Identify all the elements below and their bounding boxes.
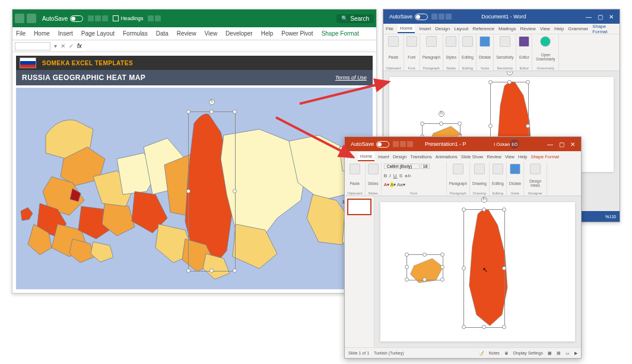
- slide-canvas-area[interactable]: ↖: [374, 196, 581, 347]
- ribbon-dictate[interactable]: DictateVoice: [507, 162, 524, 196]
- grammarly-icon[interactable]: [540, 36, 551, 47]
- minimize-icon[interactable]: —: [547, 141, 553, 148]
- tab-shape-format[interactable]: Shape Format: [531, 154, 559, 159]
- tab-power-pivot[interactable]: Power Pivot: [281, 30, 313, 37]
- new-slide-icon[interactable]: [368, 164, 379, 174]
- tab-design[interactable]: Design: [435, 26, 450, 31]
- tab-help[interactable]: Help: [554, 26, 564, 31]
- tab-reference[interactable]: Reference: [472, 26, 494, 31]
- ribbon-editing[interactable]: EditingEditing: [490, 162, 507, 196]
- tab-data[interactable]: Data: [156, 30, 169, 37]
- tab-insert[interactable]: Insert: [419, 26, 431, 31]
- ribbon-paragraph[interactable]: ParagraphParagraph: [420, 34, 443, 71]
- editor-icon[interactable]: [519, 36, 529, 47]
- dictate-icon[interactable]: [510, 164, 520, 174]
- tab-view[interactable]: View: [540, 26, 550, 31]
- tab-shape-format[interactable]: Shape Format: [592, 24, 617, 34]
- editing-icon[interactable]: [462, 36, 473, 47]
- maximize-icon[interactable]: ▢: [598, 14, 603, 20]
- tab-transitions[interactable]: Transitions: [410, 154, 431, 159]
- pasted-shapes[interactable]: [380, 202, 575, 341]
- ribbon-sensitivity[interactable]: SensitivitySensitivity: [494, 34, 516, 71]
- ribbon-editing[interactable]: EditingEditing: [459, 34, 477, 71]
- tab-review[interactable]: Review: [487, 154, 501, 159]
- autosave-toggle[interactable]: AutoSave: [42, 15, 83, 22]
- editing-icon[interactable]: [493, 164, 503, 174]
- tab-home[interactable]: Home: [34, 30, 50, 37]
- view-sorter-icon[interactable]: ▤: [557, 351, 561, 356]
- font-name-select[interactable]: Calibri (Body): [384, 164, 420, 169]
- tab-slide-show[interactable]: Slide Show: [461, 154, 484, 159]
- formula-input[interactable]: [85, 42, 374, 50]
- rotate-handle-icon[interactable]: [507, 71, 513, 75]
- toggle-icon[interactable]: [415, 14, 428, 20]
- tab-file[interactable]: File: [16, 30, 26, 37]
- tab-shape-format[interactable]: Shape Format: [322, 30, 359, 37]
- checkbox-icon[interactable]: [113, 15, 119, 21]
- notes-button[interactable]: Notes: [489, 351, 500, 355]
- tab-review[interactable]: Review: [520, 26, 535, 31]
- toggle-icon[interactable]: [70, 15, 83, 22]
- ribbon-clipboard[interactable]: PasteClipboard: [383, 34, 404, 71]
- tab-formulas[interactable]: Formulas: [123, 30, 148, 37]
- ribbon-designer[interactable]: Design IdeasDesigner: [524, 162, 547, 196]
- name-box[interactable]: [15, 42, 50, 50]
- close-icon[interactable]: ✕: [570, 141, 575, 148]
- user-avatar-icon[interactable]: EÖ: [510, 139, 519, 149]
- view-reading-icon[interactable]: ▭: [566, 351, 570, 356]
- close-icon[interactable]: ✕: [609, 14, 614, 20]
- styles-icon[interactable]: [446, 36, 456, 47]
- tab-design[interactable]: Design: [393, 154, 406, 159]
- tab-view[interactable]: View: [205, 30, 218, 37]
- paragraph-icon[interactable]: [453, 164, 463, 174]
- tab-developer[interactable]: Developer: [226, 30, 253, 37]
- zoom-label[interactable]: %110: [605, 215, 616, 219]
- tab-view[interactable]: View: [505, 154, 515, 159]
- slide-thumbnail-1[interactable]: [347, 199, 371, 215]
- tab-grammar[interactable]: Grammar: [568, 26, 588, 31]
- tab-page-layout[interactable]: Page Layout: [81, 30, 115, 37]
- view-slideshow-icon[interactable]: ▶: [574, 351, 577, 356]
- ribbon-font[interactable]: FontFont: [404, 34, 420, 71]
- undo-icon[interactable]: [95, 15, 101, 21]
- tab-help[interactable]: Help: [518, 154, 527, 159]
- headings-toggle[interactable]: Headings: [113, 15, 143, 21]
- tab-mailings[interactable]: Mailings: [498, 26, 516, 31]
- view-normal-icon[interactable]: ▦: [548, 351, 552, 356]
- tab-file[interactable]: File: [386, 26, 393, 31]
- paragraph-icon[interactable]: [426, 36, 437, 47]
- ribbon-font[interactable]: Calibri (Body) 18 B I U S ab A▾ A▾ Aa▾ F…: [382, 162, 447, 196]
- save-icon[interactable]: [431, 14, 437, 20]
- grid-icon[interactable]: [27, 14, 36, 23]
- redo-icon[interactable]: [407, 141, 413, 147]
- ribbon-dictate[interactable]: DictateVoice: [477, 34, 494, 71]
- drawing-icon[interactable]: [474, 164, 485, 174]
- save-icon[interactable]: [88, 15, 94, 21]
- slide[interactable]: ↖: [380, 202, 575, 341]
- display-settings-button[interactable]: Display Settings: [513, 351, 543, 355]
- tab-animations[interactable]: Animations: [436, 154, 458, 159]
- ribbon-grammarly[interactable]: Open GrammarlyGrammarly: [532, 34, 559, 71]
- undo-icon[interactable]: [400, 141, 406, 147]
- maximize-icon[interactable]: ▢: [559, 141, 564, 148]
- slide-thumbnail-panel[interactable]: [345, 196, 374, 347]
- search-box[interactable]: 🔍 Search: [336, 14, 374, 23]
- font-icon[interactable]: [406, 36, 417, 47]
- ribbon-styles[interactable]: StylesStyles: [443, 34, 459, 71]
- tab-home[interactable]: Home: [398, 24, 415, 33]
- redo-icon[interactable]: [102, 15, 108, 21]
- undo-icon[interactable]: [439, 14, 444, 20]
- toggle-icon[interactable]: [376, 141, 389, 148]
- ribbon-paragraph[interactable]: ParagraphParagraph: [447, 162, 470, 196]
- font-size-select[interactable]: 18: [421, 164, 430, 169]
- ribbon-drawing[interactable]: DrawingDrawing: [470, 162, 490, 196]
- tab-help[interactable]: Help: [261, 30, 274, 37]
- minimize-icon[interactable]: —: [586, 14, 592, 20]
- redo-icon[interactable]: [446, 14, 452, 20]
- design-ideas-icon[interactable]: [530, 164, 541, 174]
- tab-review[interactable]: Review: [177, 30, 196, 37]
- tab-insert[interactable]: Insert: [378, 154, 389, 159]
- tab-insert[interactable]: Insert: [58, 30, 73, 37]
- save-icon[interactable]: [393, 141, 399, 147]
- sensitivity-icon[interactable]: [500, 36, 510, 47]
